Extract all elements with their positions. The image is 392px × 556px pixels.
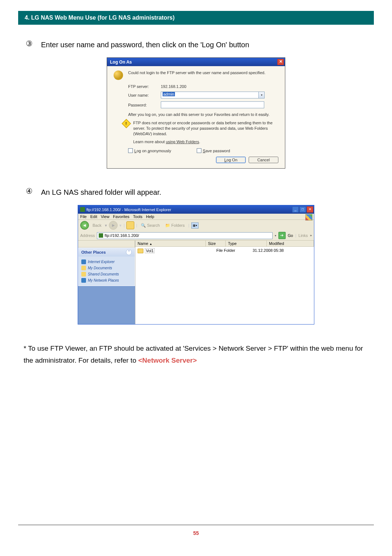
col-size[interactable]: Size	[206, 241, 226, 246]
link-internet-explorer[interactable]: Internet Explorer	[81, 259, 132, 265]
logon-dialog: Log On As ✕ Could not login to the FTP s…	[107, 57, 285, 169]
footnote-link: <Network Server>	[138, 356, 197, 364]
step-3: ③ Enter user name and password, then cli…	[24, 39, 368, 50]
step-4-text: An LG NAS shared folder will appear.	[41, 187, 161, 198]
logon-anonymously-checkbox[interactable]	[128, 148, 133, 153]
folders-button[interactable]: 📁Folders	[163, 222, 187, 229]
close-icon[interactable]: ✕	[277, 59, 284, 65]
item-modified: 31.12.2008 05:38	[253, 248, 284, 253]
logon-titlebar: Log On As ✕	[107, 58, 285, 66]
menu-bar: File Edit View Favorites Tools Help	[78, 214, 314, 220]
item-type: File Folder	[216, 248, 253, 253]
keys-icon	[114, 70, 123, 80]
page-number: 55	[0, 530, 392, 536]
back-label: Back	[91, 222, 103, 228]
logon-title: Log On As	[110, 60, 132, 65]
minimize-icon[interactable]: _	[292, 206, 299, 213]
ie-link-icon	[81, 259, 86, 264]
username-label: User name:	[128, 93, 161, 97]
menu-tools[interactable]: Tools	[133, 214, 143, 219]
logon-button[interactable]: Log On	[216, 157, 246, 163]
explorer-titlebar: ftp://192.168.1.200/ - Microsoft Interne…	[78, 205, 314, 214]
address-label: Address	[80, 233, 95, 238]
step-4-number: ④	[24, 187, 34, 196]
footnote: * To use FTP Viewer, an FTP should be ac…	[24, 343, 368, 366]
links-label[interactable]: Links	[298, 233, 308, 238]
logon-anonymously-label: Log on anonymously	[134, 149, 171, 153]
chevron-down-icon[interactable]: ▾	[259, 92, 265, 98]
views-icon[interactable]: ▦▾	[191, 222, 199, 229]
docs-icon	[81, 266, 86, 270]
logon-warning-text: FTP does not encrypt or encode passwords…	[133, 120, 278, 137]
search-button[interactable]: 🔍Search	[139, 222, 162, 229]
chevron-up-icon[interactable]: ⌃	[126, 249, 132, 255]
password-input[interactable]	[161, 101, 264, 108]
learn-more-pre: Learn more about	[133, 140, 166, 144]
item-name: Vol1	[145, 248, 155, 253]
menu-file[interactable]: File	[80, 214, 87, 219]
go-label: Go	[288, 233, 293, 238]
step-3-number: ③	[24, 39, 34, 48]
menu-view[interactable]: View	[101, 214, 110, 219]
username-input[interactable]: admin	[161, 92, 259, 98]
save-password-checkbox[interactable]	[197, 148, 201, 153]
forward-icon: ►	[109, 221, 118, 230]
url-icon	[99, 233, 103, 238]
step-3-text: Enter user name and password, then click…	[41, 39, 249, 50]
address-input[interactable]: ftp://192.168.1.200/	[97, 232, 272, 239]
up-folder-icon[interactable]	[126, 221, 134, 229]
col-name[interactable]: Name ▲	[135, 241, 206, 246]
warning-icon: !	[122, 119, 131, 128]
list-item[interactable]: Vol1 File Folder 31.12.2008 05:38	[138, 248, 284, 253]
link-shared-documents[interactable]: Shared Documents	[81, 271, 132, 277]
windows-flag-icon	[305, 214, 313, 221]
explorer-title: ftp://192.168.1.200/ - Microsoft Interne…	[86, 208, 171, 212]
menu-favorites[interactable]: Favorites	[113, 214, 129, 219]
explorer-window: ftp://192.168.1.200/ - Microsoft Interne…	[78, 205, 314, 325]
network-icon	[81, 278, 86, 283]
section-header: 4. LG NAS Web Menu Use (for LG NAS admin…	[18, 11, 374, 25]
menu-edit[interactable]: Edit	[90, 214, 97, 219]
link-my-network-places[interactable]: My Network Places	[81, 277, 132, 283]
search-icon: 🔍	[141, 223, 146, 228]
save-password-label: Save password	[203, 149, 230, 153]
step-4: ④ An LG NAS shared folder will appear.	[24, 187, 368, 198]
folder-icon	[138, 249, 143, 253]
back-icon[interactable]: ◄	[80, 221, 89, 230]
logon-after-text: After you log on, you can add this serve…	[128, 112, 278, 117]
col-type[interactable]: Type	[226, 241, 267, 246]
logon-error-text: Could not login to the FTP server with t…	[128, 70, 265, 75]
close-icon[interactable]: ✕	[307, 206, 313, 213]
other-places-header[interactable]: Other Places ⌃	[78, 248, 135, 257]
menu-help[interactable]: Help	[146, 214, 154, 219]
go-icon[interactable]: ➔	[278, 232, 286, 239]
toolbar: ◄ Back ▾ ► ▾ | | 🔍Search 📁Folders | ▦▾	[78, 220, 314, 231]
learn-more-link[interactable]: using Web Folders	[166, 140, 199, 144]
cancel-button[interactable]: Cancel	[249, 157, 278, 163]
maximize-icon[interactable]: □	[299, 206, 306, 213]
shared-icon	[81, 272, 86, 277]
ftp-server-value: 192.168.1.200	[161, 84, 186, 89]
password-label: Password:	[128, 103, 161, 107]
link-my-documents[interactable]: My Documents	[81, 265, 132, 271]
bottom-rule	[18, 525, 374, 525]
ie-icon	[80, 207, 85, 212]
col-modified[interactable]: Modified	[267, 241, 314, 246]
ftp-server-label: FTP server:	[128, 84, 161, 89]
folders-icon: 📁	[165, 223, 170, 228]
